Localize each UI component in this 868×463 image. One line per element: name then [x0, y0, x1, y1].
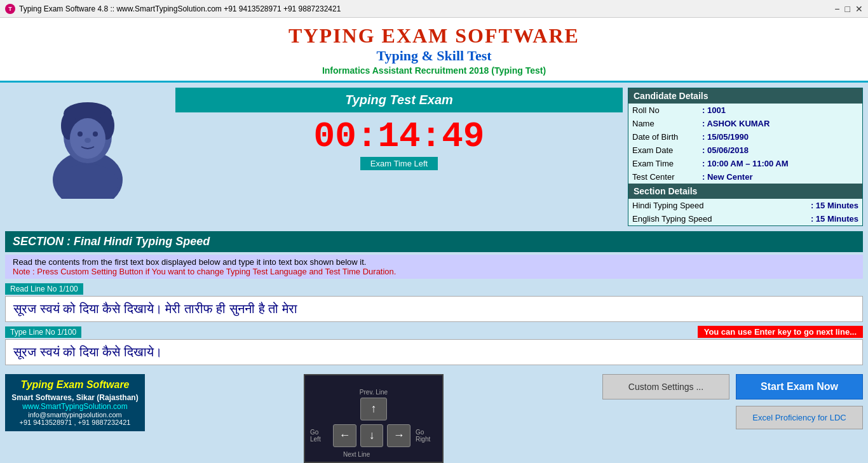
company-box: Typing Exam Software Smart Softwares, Si…: [5, 374, 145, 431]
candidate-table: Roll No : 1001 Name : ASHOK KUMAR Date o…: [628, 104, 862, 184]
field-value: : ASHOK KUMAR: [698, 117, 862, 130]
field-value: : 05/06/2018: [698, 144, 862, 157]
field-label: Name: [628, 117, 698, 130]
table-row: Exam Time : 10:00 AM – 11:00 AM: [628, 157, 862, 170]
avatar: [37, 91, 139, 199]
keyboard-top-row: ↑: [360, 398, 387, 420]
excel-proficiency-button[interactable]: Excel Proficiency for LDC: [736, 406, 863, 429]
enter-key-hint: You can use Enter key to go next line...: [698, 326, 863, 338]
maximize-button[interactable]: □: [845, 4, 850, 14]
field-value: : 1001: [698, 104, 862, 117]
table-row: English Typing Speed : 15 Minutes: [628, 212, 862, 225]
section-field-label: English Typing Speed: [628, 212, 771, 225]
read-line-box: सूरज स्वयं को दिया कैसे दिखाये। मेरी तार…: [5, 296, 863, 322]
company-email: info@smarttypingsolution.com: [10, 411, 140, 419]
field-label: Exam Time: [628, 157, 698, 170]
instruction-line2: Note : Press Custom Setting Button if Yo…: [13, 267, 855, 276]
field-label: Date of Birth: [628, 130, 698, 144]
timer-display: 00:14:49: [314, 119, 485, 154]
title-bar-controls[interactable]: − □ ✕: [834, 4, 863, 14]
prev-line-label: Prev. Line: [360, 389, 388, 396]
type-line-row: Type Line No 1/100 You can use Enter key…: [5, 326, 863, 338]
buttons-area: Custom Settings ... Start Exam Now Excel…: [602, 374, 863, 429]
field-label: Test Center: [628, 170, 698, 184]
svg-point-9: [85, 138, 91, 143]
title-bar: T Typing Exam Software 4.8 :: www.SmartT…: [0, 0, 868, 18]
app-title-2: Typing & Skill Test: [0, 48, 868, 64]
footer-area: Typing Exam Software Smart Softwares, Si…: [0, 369, 868, 463]
go-right-label: Go Right: [416, 429, 437, 443]
app-subtitle: Informatics Assistant Recruitment 2018 (…: [0, 65, 868, 76]
field-value: : 10:00 AM – 11:00 AM: [698, 157, 862, 170]
typing-test-banner: Typing Test Exam: [175, 88, 623, 112]
field-label: Roll No: [628, 104, 698, 117]
field-label: Exam Date: [628, 144, 698, 157]
field-value: : New Center: [698, 170, 862, 184]
custom-settings-button[interactable]: Custom Settings ...: [602, 374, 729, 399]
svg-point-8: [93, 131, 98, 137]
table-row: Exam Date : 05/06/2018: [628, 144, 862, 157]
section-table: Hindi Typing Speed : 15 Minutes English …: [628, 199, 862, 225]
start-exam-button[interactable]: Start Exam Now: [736, 374, 863, 399]
center-panel: Typing Test Exam 00:14:49 Exam Time Left: [175, 88, 623, 226]
up-arrow-key: ↑: [360, 398, 387, 420]
svg-point-7: [78, 131, 83, 137]
app-header: Typing Exam Software Typing & Skill Test…: [0, 18, 868, 83]
section-field-label: Hindi Typing Speed: [628, 199, 771, 212]
down-arrow-key: ↓: [360, 424, 384, 447]
table-row: Hindi Typing Speed : 15 Minutes: [628, 199, 862, 212]
read-line-label: Read Line No 1/100: [5, 283, 83, 295]
app-icon: T: [5, 4, 15, 14]
bottom-content: SECTION : Final Hindi Typing Speed Read …: [0, 231, 868, 365]
left-arrow-key: ←: [333, 424, 356, 447]
company-sub: Smart Softwares, Sikar (Rajasthan): [10, 393, 140, 402]
section-field-value: : 15 Minutes: [771, 199, 862, 212]
table-row: Name : ASHOK KUMAR: [628, 117, 862, 130]
next-line-label: Next Line: [343, 451, 370, 458]
go-left-label: Go Left: [310, 429, 328, 443]
instruction-box: Read the contents from the first text bo…: [5, 255, 863, 279]
right-panel: Candidate Details Roll No : 1001 Name : …: [628, 88, 863, 226]
section-banner: SECTION : Final Hindi Typing Speed: [5, 231, 863, 252]
candidate-details-header: Candidate Details: [628, 88, 862, 104]
company-phone: +91 9413528971 , +91 9887232421: [10, 419, 140, 426]
avatar-container: [31, 88, 145, 202]
candidate-details-box: Candidate Details Roll No : 1001 Name : …: [628, 88, 863, 226]
title-bar-text: Typing Exam Software 4.8 :: www.SmartTyp…: [19, 4, 341, 13]
section-field-value: : 15 Minutes: [771, 212, 862, 225]
keyboard-image: Prev. Line ↑ Go Left ← ↓ → Go Right Next…: [304, 374, 444, 463]
field-value: : 15/05/1990: [698, 130, 862, 144]
instruction-line1: Read the contents from the first text bo…: [13, 257, 855, 267]
app-title-1: Typing Exam Software: [0, 24, 868, 48]
section-details-header: Section Details: [628, 184, 862, 199]
table-row: Roll No : 1001: [628, 104, 862, 117]
table-row: Test Center : New Center: [628, 170, 862, 184]
keyboard-middle-row: Go Left ← ↓ → Go Right: [310, 424, 437, 447]
title-bar-left: T Typing Exam Software 4.8 :: www.SmartT…: [5, 4, 341, 14]
company-website: www.SmartTypingSolution.com: [10, 402, 140, 411]
close-button[interactable]: ✕: [855, 4, 863, 14]
exam-time-left-badge: Exam Time Left: [360, 157, 438, 170]
type-line-input[interactable]: सूरज स्वयं को दिया कैसे दिखाये।: [5, 339, 863, 365]
left-panel: [5, 88, 170, 226]
company-name: Typing Exam Software: [10, 379, 140, 391]
keyboard-area: Prev. Line ↑ Go Left ← ↓ → Go Right Next…: [153, 374, 595, 463]
right-arrow-key: →: [387, 424, 410, 447]
minimize-button[interactable]: −: [834, 4, 839, 14]
table-row: Date of Birth : 15/05/1990: [628, 130, 862, 144]
type-line-label: Type Line No 1/100: [5, 326, 81, 338]
